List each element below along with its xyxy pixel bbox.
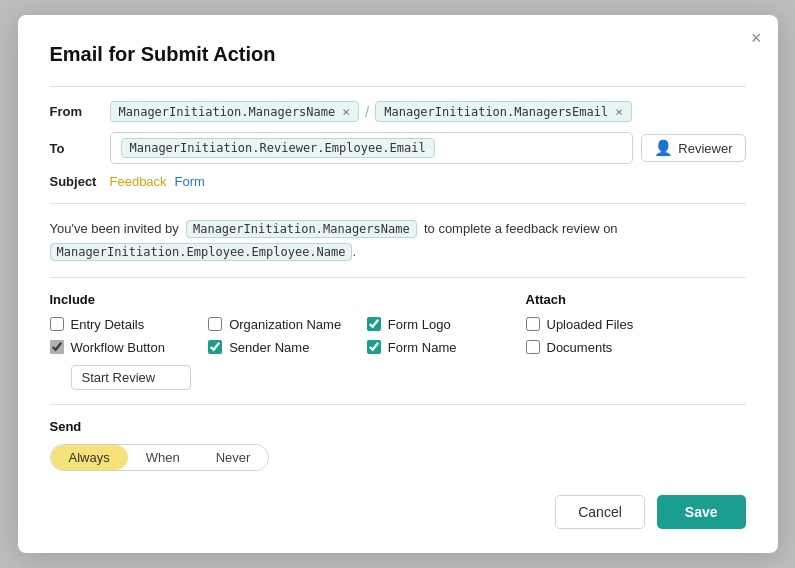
from-tag-email-remove[interactable]: × [615,104,623,119]
body-period: . [352,244,356,259]
sender-name-checkbox[interactable] [208,340,222,354]
entry-details-checkbox[interactable] [50,317,64,331]
entry-details-label: Entry Details [71,317,145,332]
include-col2: Organization Name Sender Name [208,317,367,390]
to-row: To ManagerInitiation.Reviewer.Employee.E… [50,132,746,164]
uploaded-files-checkbox[interactable] [526,317,540,331]
from-tag-name: ManagerInitiation.ManagersName × [110,101,360,122]
org-name-label: Organization Name [229,317,341,332]
to-label: To [50,141,102,156]
workflow-button-row: Workflow Button [50,340,209,355]
from-row: From ManagerInitiation.ManagersName × / … [50,101,746,122]
modal-title: Email for Submit Action [50,43,746,66]
from-tag-name-remove[interactable]: × [342,104,350,119]
send-section: Send Always When Never [50,419,746,471]
divider-send [50,404,746,405]
include-col3: Form Logo Form Name [367,317,526,390]
form-name-checkbox[interactable] [367,340,381,354]
org-name-checkbox[interactable] [208,317,222,331]
form-logo-row: Form Logo [367,317,526,332]
form-logo-label: Form Logo [388,317,451,332]
subject-label: Subject [50,174,102,189]
uploaded-files-label: Uploaded Files [547,317,634,332]
documents-label: Documents [547,340,613,355]
documents-checkbox[interactable] [526,340,540,354]
send-never-pill[interactable]: Never [198,445,269,470]
attach-column: Attach Uploaded Files Documents [526,292,746,390]
form-name-row: Form Name [367,340,526,355]
subject-part2: Form [175,174,205,189]
form-logo-checkbox[interactable] [367,317,381,331]
entry-details-row: Entry Details [50,317,209,332]
org-name-row: Organization Name [208,317,367,332]
documents-row: Documents [526,340,746,355]
cancel-button[interactable]: Cancel [555,495,645,529]
divider-top [50,86,746,87]
uploaded-files-row: Uploaded Files [526,317,746,332]
send-pills: Always When Never [50,444,270,471]
person-icon: 👤 [654,139,673,157]
body-text1: You've been invited by [50,221,179,236]
body-tag1: ManagerInitiation.ManagersName [186,220,417,238]
body-tag2: ManagerInitiation.Employee.Employee.Name [50,243,353,261]
send-label: Send [50,419,746,434]
include-column: Include Entry Details Workflow Button [50,292,526,390]
to-field[interactable]: ManagerInitiation.Reviewer.Employee.Emai… [110,132,634,164]
workflow-button-checkbox[interactable] [50,340,64,354]
reviewer-button[interactable]: 👤 Reviewer [641,134,745,162]
include-col1: Entry Details Workflow Button [50,317,209,390]
send-always-pill[interactable]: Always [51,445,128,470]
modal-overlay: × Email for Submit Action From ManagerIn… [0,0,795,568]
from-tags: ManagerInitiation.ManagersName × / Manag… [110,101,746,122]
subject-part1: Feedback [110,174,167,189]
divider-include [50,277,746,278]
send-when-pill[interactable]: When [128,445,198,470]
body-text: You've been invited by ManagerInitiation… [50,218,746,262]
workflow-button-label: Workflow Button [71,340,165,355]
divider-body [50,203,746,204]
include-title: Include [50,292,526,307]
modal-footer: Cancel Save [50,495,746,529]
slash-separator: / [365,103,369,120]
body-text2: to complete a feedback review on [424,221,618,236]
workflow-input-wrapper [50,363,209,390]
attach-title: Attach [526,292,746,307]
save-button[interactable]: Save [657,495,746,529]
close-button[interactable]: × [751,29,762,47]
subject-row: Subject Feedback Form [50,174,746,189]
form-name-label: Form Name [388,340,457,355]
include-attach-section: Include Entry Details Workflow Button [50,292,746,390]
from-label: From [50,104,102,119]
workflow-button-input[interactable] [71,365,191,390]
to-tag: ManagerInitiation.Reviewer.Employee.Emai… [121,138,435,158]
sender-name-label: Sender Name [229,340,309,355]
sender-name-row: Sender Name [208,340,367,355]
from-tag-email: ManagerInitiation.ManagersEmail × [375,101,632,122]
modal: × Email for Submit Action From ManagerIn… [18,15,778,552]
